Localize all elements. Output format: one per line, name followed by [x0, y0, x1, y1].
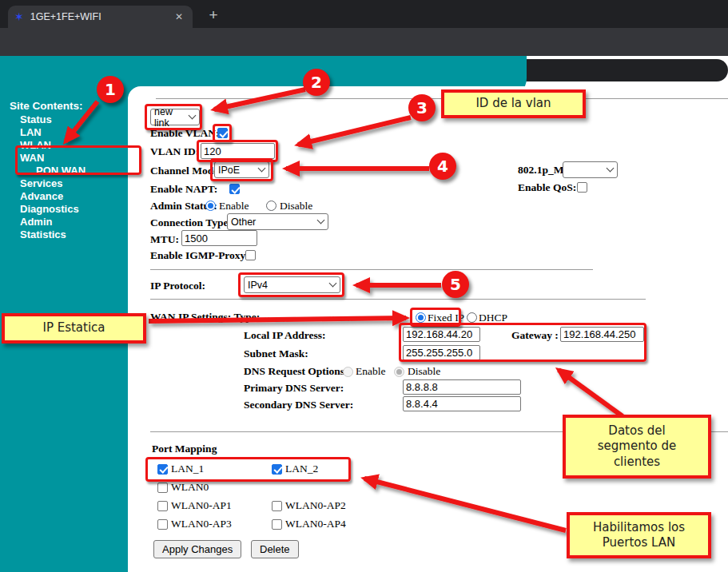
callout-static-ip: IP Estatica [2, 313, 146, 344]
step-badge-5: 5 [442, 271, 469, 298]
port-lan1-checkbox[interactable] [157, 464, 168, 475]
callout-client-segment: Datos del segmento de clientes [563, 415, 711, 479]
primary-dns-input[interactable] [403, 379, 521, 395]
gateway-input[interactable] [560, 327, 644, 342]
port-wlan0[interactable]: WLAN0 [157, 481, 209, 494]
gateway-label: Gateway : [511, 329, 559, 342]
8021p-mark-select[interactable] [563, 161, 618, 178]
chevron-down-icon [329, 280, 337, 288]
channel-mode-select[interactable]: IPoE [214, 161, 269, 178]
close-tab-icon[interactable]: ✕ [172, 10, 186, 24]
step-badge-1: 1 [97, 76, 124, 103]
port-wlan0-ap2[interactable]: WLAN0-AP2 [272, 499, 346, 512]
sidebar-item-services[interactable]: Services [20, 177, 63, 189]
port-wlan0-ap4[interactable]: WLAN0-AP4 [272, 518, 346, 530]
tab-title: 1GE+1FE+WIFI [30, 11, 172, 22]
port-wlan0-ap3-checkbox[interactable] [157, 519, 168, 530]
port-mapping-title: Port Mapping [152, 443, 217, 455]
dns-disable-label: Disable [408, 365, 440, 378]
igmp-proxy-checkbox[interactable] [245, 250, 256, 260]
site-favicon-icon: ✶ [14, 11, 24, 22]
ip-protocol-select[interactable]: IPv4 [244, 276, 340, 293]
port-wlan0-ap4-label: WLAN0-AP4 [285, 518, 346, 530]
chevron-down-icon [189, 112, 197, 120]
secondary-dns-input[interactable] [403, 396, 521, 411]
mtu-input[interactable] [181, 230, 257, 246]
enable-napt-label: Enable NAPT: [150, 183, 217, 196]
admin-enable-label: Enable [219, 200, 249, 213]
sidebar-item-admin[interactable]: Admin [20, 216, 52, 228]
enable-napt-checkbox[interactable] [229, 184, 240, 194]
chevron-down-icon [317, 216, 325, 224]
channel-mode-label: Channel Mode [150, 165, 218, 177]
admin-disable-radio[interactable] [266, 201, 276, 211]
step-badge-2: 2 [303, 69, 330, 96]
port-wlan0-ap3[interactable]: WLAN0-AP3 [157, 518, 232, 530]
browser-toolbar: ← → ⟳ ⚠ No es seguro 192.168.1.1 [0, 28, 728, 56]
new-tab-button[interactable]: + [203, 6, 224, 26]
port-wlan0-ap2-label: WLAN0-AP2 [285, 499, 346, 512]
vlan-id-input[interactable] [201, 143, 275, 159]
port-wlan0-ap4-checkbox[interactable] [272, 519, 282, 530]
port-lan1-label: LAN_1 [171, 463, 204, 475]
connection-type-label: Connection Type: [150, 216, 232, 229]
link-select[interactable]: new link [150, 109, 200, 125]
local-ip-input[interactable] [403, 327, 480, 342]
wan-ip-settings-label: WAN IP Settings: Type: [150, 311, 260, 324]
ip-protocol-label: IP Protocol: [150, 280, 205, 292]
port-wlan0-ap3-label: WLAN0-AP3 [171, 518, 232, 530]
port-wlan0-checkbox[interactable] [157, 483, 168, 493]
dns-enable-label: Enable [356, 365, 385, 378]
enable-qos-label: Enable QoS: [518, 181, 576, 194]
port-wlan0-ap2-checkbox[interactable] [272, 501, 282, 511]
callout-vlan-id: ID de la vlan [441, 89, 586, 118]
admin-disable-label: Disable [280, 200, 312, 213]
vlan-id-label: VLAN ID: [150, 145, 199, 158]
port-wlan0-label: WLAN0 [171, 481, 209, 494]
dns-disable-radio [394, 367, 404, 377]
subnet-mask-input[interactable] [403, 345, 480, 360]
dns-enable-radio [343, 367, 353, 377]
sidebar-item-lan[interactable]: LAN [20, 126, 42, 138]
callout-lan-ports: Habilitamos los Puertos LAN [567, 512, 711, 558]
step-badge-3: 3 [408, 94, 436, 121]
dhcp-radio[interactable] [467, 312, 477, 323]
port-wlan0-ap1-checkbox[interactable] [157, 501, 168, 511]
port-lan2-checkbox[interactable] [272, 464, 282, 475]
channel-mode-value: IPoE [218, 165, 240, 176]
sidebar-item-pon-wan[interactable]: PON WAN [36, 165, 86, 177]
site-contents-title: Site Contents: [10, 100, 83, 112]
port-lan2[interactable]: LAN_2 [272, 463, 318, 475]
connection-type-value: Other [231, 216, 256, 228]
port-wlan0-ap1-label: WLAN0-AP1 [171, 499, 232, 512]
subnet-mask-label: Subnet Mask: [244, 348, 308, 360]
admin-enable-radio[interactable] [205, 201, 216, 211]
dhcp-label: DHCP [479, 312, 507, 324]
ip-protocol-value: IPv4 [248, 280, 268, 291]
local-ip-label: Local IP Address: [244, 329, 326, 342]
mtu-label: MTU: [150, 233, 179, 246]
sidebar-item-advance[interactable]: Advance [20, 190, 63, 202]
primary-dns-label: Primary DNS Server: [244, 382, 344, 395]
enable-vlan-checkbox[interactable] [217, 128, 228, 138]
tab-strip: ✶ 1GE+1FE+WIFI ✕ + [0, 0, 728, 28]
sidebar-item-diagnostics[interactable]: Diagnostics [20, 203, 79, 215]
port-lan2-label: LAN_2 [285, 463, 318, 475]
browser-tab[interactable]: ✶ 1GE+1FE+WIFI ✕ [8, 6, 193, 28]
divider [150, 269, 593, 270]
sidebar-item-statistics[interactable]: Statistics [20, 228, 66, 240]
apply-changes-button[interactable]: Apply Changes [153, 540, 241, 558]
sidebar-item-wlan[interactable]: WLAN [20, 139, 51, 151]
enable-qos-checkbox[interactable] [577, 182, 587, 193]
delete-button[interactable]: Delete [251, 540, 299, 558]
port-lan1[interactable]: LAN_1 [157, 463, 204, 475]
sidebar-item-status[interactable]: Status [20, 113, 52, 125]
divider [150, 299, 646, 300]
sidebar-item-wan[interactable]: WAN [20, 152, 44, 164]
port-wlan0-ap1[interactable]: WLAN0-AP1 [157, 499, 232, 512]
chevron-down-icon [607, 165, 615, 173]
fixed-ip-label: Fixed IP [428, 312, 464, 324]
connection-type-select[interactable]: Other [227, 213, 328, 230]
fixed-ip-radio[interactable] [416, 312, 426, 323]
igmp-proxy-label: Enable IGMP-Proxy: [150, 249, 249, 262]
